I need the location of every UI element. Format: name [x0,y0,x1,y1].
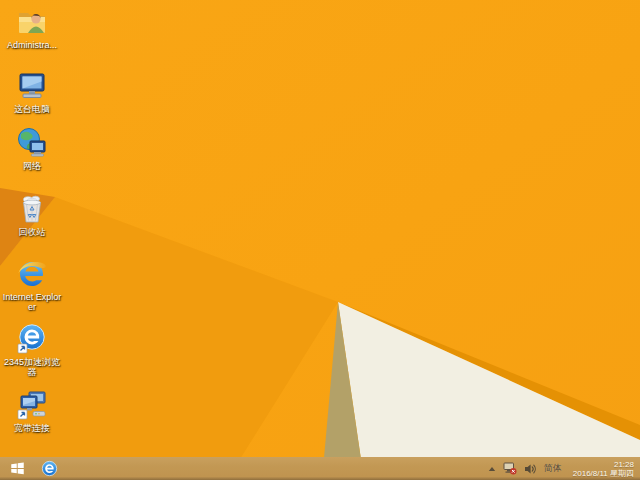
internet-explorer-icon [16,258,48,290]
desktop-icon-label: 回收站 [19,227,46,237]
desktop-icon-label: Internet Explorer [2,292,62,312]
desktop-icon-broadband[interactable]: 宽带连接 [2,389,62,433]
volume-button[interactable] [524,463,537,475]
speaker-icon [524,463,537,475]
show-hidden-icons-button[interactable] [488,465,496,473]
start-button[interactable] [0,457,34,480]
desktop-icon-recycle-bin[interactable]: 回收站 [2,193,62,237]
desktop-icon-admin-folder[interactable]: Administra... [2,6,62,50]
computer-icon [16,70,48,102]
wallpaper-image [0,0,640,480]
desktop[interactable]: Administra... 这台电脑 网络 [0,0,640,480]
desktop-icon-this-pc[interactable]: 这台电脑 [2,70,62,114]
chevron-up-icon [488,465,496,473]
clock-date: 2016/8/11 星期四 [573,469,634,478]
network-disconnected-icon [503,462,517,475]
user-folder-icon [16,6,48,38]
recycle-bin-icon [16,193,48,225]
desktop-icon-label: 2345加速浏览器 [2,357,62,377]
network-status-button[interactable] [503,462,517,475]
browser-2345-icon [16,323,48,355]
desktop-icon-network[interactable]: 网络 [2,127,62,171]
taskbar: 简体 21:28 2016/8/11 星期四 [0,457,640,480]
clock-time: 21:28 [573,460,634,469]
desktop-icon-label: Administra... [7,40,57,50]
desktop-icon-label: 这台电脑 [14,104,50,114]
desktop-icon-browser-2345[interactable]: 2345加速浏览器 [2,323,62,377]
desktop-icon-internet-explorer[interactable]: Internet Explorer [2,258,62,312]
broadband-connection-icon [16,389,48,421]
desktop-icon-label: 网络 [23,161,41,171]
taskbar-clock[interactable]: 21:28 2016/8/11 星期四 [569,460,638,478]
system-tray: 简体 21:28 2016/8/11 星期四 [488,457,638,480]
network-globe-icon [16,127,48,159]
windows-logo-icon [10,461,25,476]
taskbar-app-browser-2345[interactable] [34,457,64,480]
desktop-icon-label: 宽带连接 [14,423,50,433]
input-method-indicator[interactable]: 简体 [544,462,562,475]
browser-2345-taskbar-icon [41,460,58,477]
